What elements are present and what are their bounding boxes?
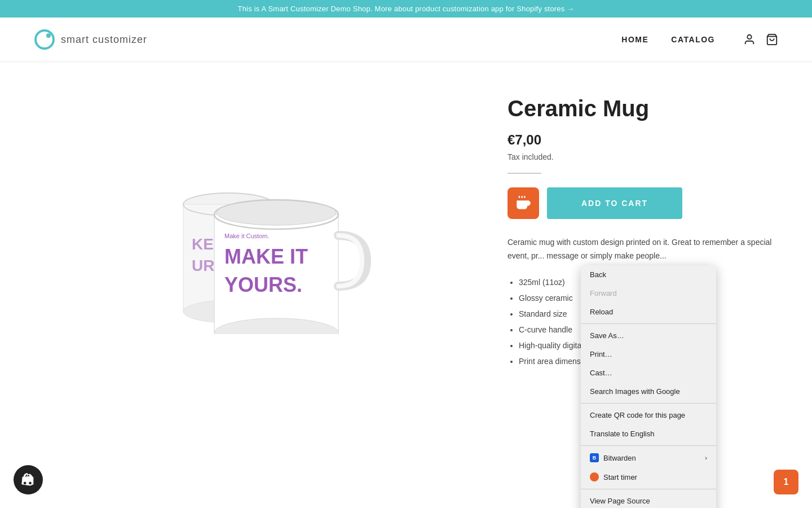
mug-svg: KE IT URS. Make it Custom. MAK [130,125,378,334]
timer-icon [590,472,599,481]
notification-count: 1 [784,477,789,487]
context-menu-item-qr-code[interactable]: Create QR code for this page [581,406,716,424]
context-menu-item-view-source[interactable]: View Page Source [581,492,716,508]
context-menu-item-back[interactable]: Back [581,265,716,284]
svg-text:Make it Custom.: Make it Custom. [224,233,269,239]
product-price: €7,00 [508,132,778,148]
svg-point-0 [36,30,54,49]
context-menu-item-print[interactable]: Print… [581,345,716,364]
print-label: Print… [590,350,612,358]
customize-icon [515,195,531,211]
context-menu: Back Forward Reload Save As… Print… Cast… [581,265,716,508]
context-menu-item-reload[interactable]: Reload [581,303,716,321]
save-as-label: Save As… [590,331,624,340]
product-image-area: KE IT URS. Make it Custom. MAK [34,85,474,369]
main-nav: HOME CATALOG [621,33,778,46]
customize-icon-btn[interactable] [508,187,539,219]
search-images-label: Search Images with Google [590,387,680,396]
cart-icon [766,33,778,46]
context-menu-item-translate[interactable]: Translate to English [581,424,716,443]
nav-home[interactable]: HOME [621,35,648,44]
context-menu-separator-2 [581,403,716,404]
top-banner: This is A Smart Customizer Demo Shop. Mo… [0,0,812,17]
back-label: Back [590,270,606,279]
cast-label: Cast… [590,369,612,377]
notification-badge[interactable]: 1 [774,470,798,494]
nav-icons [743,33,778,46]
svg-point-17 [217,200,336,225]
context-menu-separator-1 [581,323,716,324]
product-image: KE IT URS. Make it Custom. MAK [130,125,378,329]
nav-catalog[interactable]: CATALOG [671,35,715,44]
svg-text:MAKE IT: MAKE IT [224,245,308,268]
context-menu-item-start-timer[interactable]: Start timer [581,467,716,487]
bitwarden-label: Bitwarden [603,454,636,462]
start-timer-label: Start timer [603,473,637,481]
cart-area: ADD TO CART [508,187,778,219]
product-title: Ceramic Mug [508,96,778,121]
svg-point-2 [747,35,751,39]
translate-label: Translate to English [590,430,654,438]
account-icon [743,33,756,46]
banner-text: This is A Smart Customizer Demo Shop. Mo… [237,5,574,13]
shopify-badge[interactable] [14,465,43,494]
context-menu-separator-3 [581,445,716,446]
add-to-cart-button[interactable]: ADD TO CART [547,187,682,219]
context-menu-item-cast[interactable]: Cast… [581,364,716,382]
bitwarden-arrow: › [705,454,707,461]
reload-label: Reload [590,308,613,316]
logo-icon [34,29,55,50]
context-menu-item-save-as[interactable]: Save As… [581,326,716,345]
svg-text:YOURS.: YOURS. [224,273,302,296]
product-description: Ceramic mug with custom design printed o… [508,236,778,263]
shopify-icon [20,472,36,488]
bitwarden-icon: B [590,453,599,462]
context-menu-item-forward: Forward [581,284,716,303]
context-menu-item-bitwarden[interactable]: B Bitwarden › [581,448,716,467]
qr-code-label: Create QR code for this page [590,411,685,419]
header: smart customizer HOME CATALOG [0,17,812,62]
forward-label: Forward [590,289,617,297]
context-menu-separator-4 [581,489,716,489]
logo-link[interactable]: smart customizer [34,29,147,50]
svg-point-1 [46,33,51,38]
logo-text: smart customizer [61,34,147,46]
cart-icon-btn[interactable] [766,33,778,46]
price-divider [508,173,541,174]
tax-info: Tax included. [508,152,778,161]
view-source-label: View Page Source [590,497,650,505]
context-menu-item-search-images[interactable]: Search Images with Google [581,382,716,401]
account-icon-btn[interactable] [743,33,756,46]
